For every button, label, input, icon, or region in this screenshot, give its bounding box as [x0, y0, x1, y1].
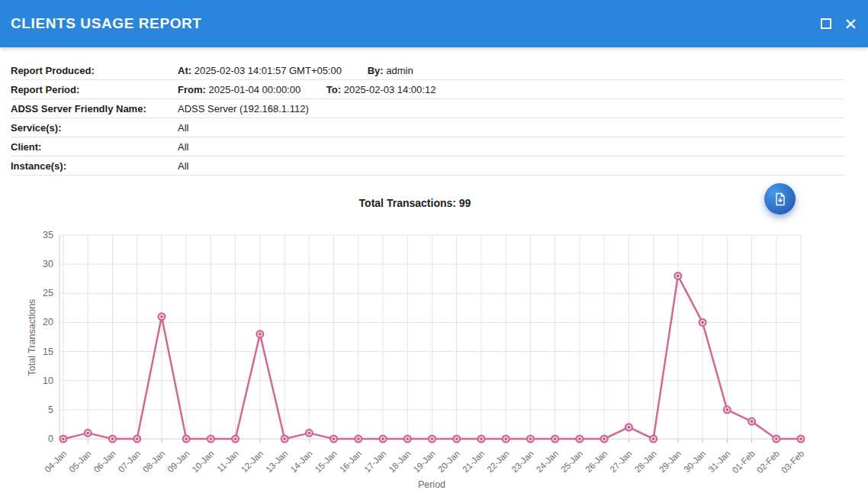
data-point-core	[381, 437, 384, 440]
x-tick-label: 13-Jan	[264, 449, 289, 474]
meta-row-instances: Instance(s): All	[11, 156, 845, 176]
data-point-core	[284, 437, 286, 440]
y-tick-label: 5	[48, 405, 53, 415]
x-tick-label: 19-Jan	[412, 449, 437, 474]
x-tick-label: 04-Jan	[43, 449, 68, 474]
x-tick-label: 24-Jan	[535, 449, 560, 474]
data-point-core	[529, 437, 532, 440]
data-point-core	[677, 275, 679, 277]
data-point-core	[308, 432, 310, 434]
meta-val-from: 2025-01-04 00:00:00	[208, 84, 301, 95]
x-tick-label: 10-Jan	[190, 449, 215, 474]
x-tick-label: 12-Jan	[240, 449, 265, 474]
data-point-core	[775, 437, 777, 440]
meta-label: Client:	[11, 141, 178, 153]
x-axis-title: Period	[418, 479, 445, 490]
meta-label: ADSS Server Friendly Name:	[11, 103, 178, 114]
meta-label: Report Produced:	[11, 65, 178, 76]
total-transactions-label: Total Transactions: 99	[0, 197, 830, 209]
x-tick-label: 26-Jan	[583, 449, 609, 474]
x-tick-label: 28-Jan	[633, 449, 658, 474]
meta-label: Instance(s):	[11, 160, 178, 172]
meta-val-to: 2025-02-03 14:00:12	[344, 84, 436, 95]
y-tick-label: 35	[43, 230, 53, 240]
x-tick-label: 16-Jan	[338, 449, 363, 474]
meta-row-report-period: Report Period: From: 2025-01-04 00:00:00…	[11, 80, 845, 99]
meta-value: All	[178, 160, 845, 172]
meta-label: Service(s):	[11, 122, 178, 134]
data-point-core	[554, 437, 556, 440]
dialog-title: CLIENTS USAGE REPORT	[0, 15, 202, 32]
x-tick-label: 15-Jan	[313, 449, 339, 474]
data-point-core	[185, 437, 188, 440]
x-tick-label: 09-Jan	[166, 449, 191, 474]
usage-line-chart: 0510152025303504-Jan05-Jan06-Jan07-Jan08…	[0, 225, 868, 503]
meta-key-to: To:	[326, 84, 341, 95]
meta-value: From: 2025-01-04 00:00:00 To: 2025-02-03…	[178, 84, 845, 95]
data-point-core	[234, 437, 236, 440]
dialog-titlebar: CLIENTS USAGE REPORT ✕	[0, 0, 868, 47]
x-tick-label: 02-Feb	[755, 449, 781, 475]
x-tick-label: 31-Jan	[706, 449, 731, 474]
x-tick-label: 14-Jan	[288, 449, 313, 474]
chart-svg: 0510152025303504-Jan05-Jan06-Jan07-Jan08…	[0, 225, 868, 503]
x-tick-label: 21-Jan	[461, 449, 486, 474]
data-point-core	[628, 426, 630, 428]
data-point-core	[111, 437, 114, 440]
y-tick-label: 0	[48, 434, 53, 444]
meta-row-services: Service(s): All	[11, 118, 845, 137]
data-point-core	[603, 437, 606, 440]
window-controls: ✕	[821, 0, 859, 47]
y-tick-label: 30	[43, 259, 53, 269]
x-tick-label: 23-Jan	[510, 449, 535, 474]
data-point-core	[652, 437, 654, 440]
data-point-core	[751, 421, 753, 423]
data-point-core	[431, 437, 433, 440]
y-axis-title: Total Transactions	[27, 299, 37, 376]
meta-value: All	[178, 122, 845, 134]
y-tick-label: 20	[43, 317, 53, 327]
x-tick-label: 08-Jan	[141, 449, 166, 474]
data-point-core	[505, 437, 507, 440]
x-tick-label: 06-Jan	[92, 449, 117, 474]
x-tick-label: 18-Jan	[387, 449, 412, 474]
meta-key-from: From:	[178, 84, 206, 95]
export-report-button[interactable]	[764, 183, 796, 214]
data-point-core	[726, 408, 728, 411]
x-tick-label: 05-Jan	[67, 449, 92, 474]
x-tick-label: 11-Jan	[215, 449, 240, 474]
x-tick-label: 25-Jan	[559, 449, 584, 474]
x-tick-label: 29-Jan	[657, 449, 683, 474]
meta-key-by: By:	[368, 65, 384, 76]
data-point-core	[455, 437, 458, 440]
meta-row-report-produced: Report Produced: At: 2025-02-03 14:01:57…	[11, 61, 845, 80]
data-point-core	[160, 315, 162, 318]
x-tick-label: 22-Jan	[485, 449, 510, 474]
x-tick-label: 17-Jan	[362, 449, 387, 474]
meta-label: Report Period:	[11, 84, 178, 95]
meta-value: ADSS Server (192.168.1.112)	[178, 103, 845, 114]
data-point-core	[62, 437, 64, 440]
data-point-core	[480, 437, 482, 440]
data-point-core	[799, 437, 802, 440]
x-tick-label: 27-Jan	[608, 449, 633, 474]
y-tick-label: 25	[43, 288, 53, 298]
document-download-icon	[773, 192, 788, 207]
data-point-core	[333, 437, 335, 440]
y-tick-label: 15	[43, 347, 53, 357]
maximize-icon[interactable]	[821, 18, 831, 29]
report-info-table: Report Produced: At: 2025-02-03 14:01:57…	[11, 61, 845, 176]
x-tick-label: 20-Jan	[436, 449, 461, 474]
meta-value: All	[178, 141, 845, 153]
meta-row-server-name: ADSS Server Friendly Name: ADSS Server (…	[11, 99, 845, 118]
clients-usage-report-dialog: CLIENTS USAGE REPORT ✕ Report Produced: …	[0, 0, 868, 503]
close-icon[interactable]: ✕	[842, 16, 859, 32]
meta-key-at: At:	[178, 65, 191, 76]
data-point-core	[407, 437, 409, 440]
meta-row-client: Client: All	[11, 137, 845, 156]
data-point-core	[357, 437, 359, 440]
data-point-core	[259, 333, 261, 335]
x-tick-label: 01-Feb	[731, 449, 757, 475]
meta-val-at: 2025-02-03 14:01:57 GMT+05:00	[194, 65, 342, 76]
x-tick-label: 07-Jan	[117, 449, 142, 474]
